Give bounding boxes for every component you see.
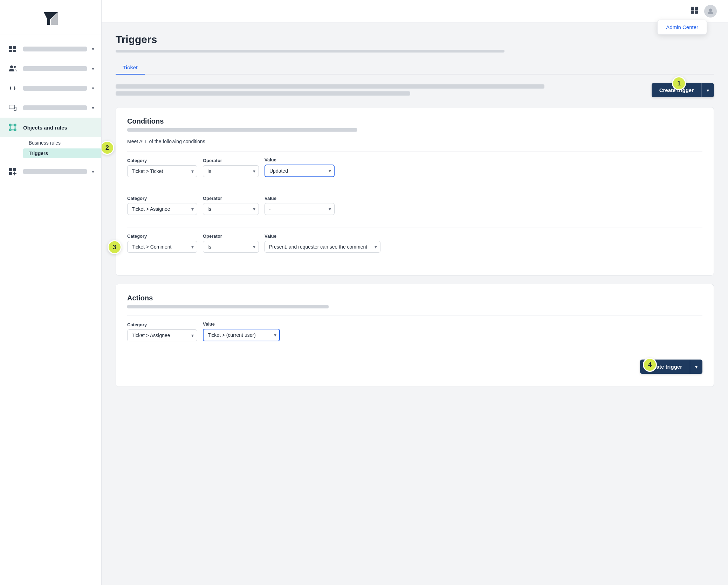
subnav-triggers[interactable]: Triggers bbox=[23, 148, 101, 158]
condition-1-category-select[interactable]: Ticket > Ticket bbox=[127, 165, 197, 177]
title-bar bbox=[116, 50, 504, 53]
user-avatar[interactable] bbox=[704, 5, 717, 18]
condition-2-category-select[interactable]: Ticket > Assignee bbox=[127, 203, 197, 215]
toolbar-area: Create trigger ▾ bbox=[116, 83, 714, 97]
condition-1-category-group: Category Ticket > Ticket bbox=[127, 158, 197, 177]
condition-3-operator-wrapper: Is bbox=[203, 241, 259, 253]
objects-rules-icon bbox=[7, 122, 18, 133]
create-trigger-bottom-dropdown-button[interactable]: ▾ bbox=[690, 360, 702, 374]
action-1-category-wrapper: Ticket > Assignee bbox=[127, 329, 197, 341]
svg-rect-16 bbox=[695, 7, 698, 10]
actions-subtitle-bar bbox=[127, 305, 329, 308]
sidebar-item-channels[interactable]: ▾ bbox=[0, 78, 101, 98]
toolbar-placeholder-bars bbox=[116, 83, 652, 96]
condition-2-operator-wrapper: Is bbox=[203, 203, 259, 215]
condition-1-operator-label: Operator bbox=[203, 158, 259, 163]
condition-1-operator-wrapper: Is bbox=[203, 165, 259, 177]
page-content: 1 Triggers Ticket Create trigger ▾ 2 Con… bbox=[102, 22, 728, 585]
action-1-category-select[interactable]: Ticket > Assignee bbox=[127, 329, 197, 341]
tab-ticket[interactable]: Ticket bbox=[116, 61, 145, 75]
condition-2-value-label: Value bbox=[265, 196, 335, 201]
condition-3-category-select[interactable]: Ticket > Comment bbox=[127, 241, 197, 253]
condition-2-category-label: Category bbox=[127, 196, 197, 201]
svg-rect-3 bbox=[13, 50, 16, 52]
condition-3-category-label: Category bbox=[127, 234, 197, 239]
main-content-area: Admin Center 1 Triggers Ticket Create tr… bbox=[102, 0, 728, 585]
svg-rect-17 bbox=[691, 11, 694, 14]
condition-2-operator-label: Operator bbox=[203, 196, 259, 201]
condition-3-value-select[interactable]: Present, and requester can see the comme… bbox=[265, 241, 380, 253]
condition-1-value-group: Value Updated bbox=[265, 157, 335, 177]
svg-rect-2 bbox=[9, 50, 12, 52]
condition-2-value-group: Value - bbox=[265, 196, 335, 215]
action-1-category-label: Category bbox=[127, 322, 197, 327]
action-1-category-group: Category Ticket > Assignee bbox=[127, 322, 197, 341]
svg-point-8 bbox=[9, 124, 11, 126]
condition-row-3: Category Ticket > Comment Operator Is bbox=[127, 228, 702, 258]
meet-all-text: Meet ALL of the following conditions bbox=[127, 139, 702, 144]
sidebar-item-workspace[interactable]: ▾ bbox=[0, 39, 101, 59]
svg-rect-1 bbox=[13, 46, 16, 49]
condition-2-operator-group: Operator Is bbox=[203, 196, 259, 215]
condition-2-value-select[interactable]: - bbox=[265, 203, 335, 215]
sidebar-item-people[interactable]: ▾ bbox=[0, 59, 101, 78]
condition-1-operator-group: Operator Is bbox=[203, 158, 259, 177]
svg-rect-12 bbox=[9, 168, 12, 171]
action-1-value-label: Value bbox=[203, 321, 280, 327]
toolbar-bar-1 bbox=[116, 84, 544, 89]
condition-2-category-wrapper: Ticket > Assignee bbox=[127, 203, 197, 215]
workspace-label bbox=[23, 47, 87, 51]
svg-point-4 bbox=[10, 65, 13, 68]
apps-label bbox=[23, 169, 87, 174]
apps-grid-icon[interactable] bbox=[690, 6, 699, 16]
tabs-bar: Ticket bbox=[116, 61, 714, 75]
condition-1-category-label: Category bbox=[127, 158, 197, 163]
action-1-value-wrapper: Ticket > (current user) bbox=[203, 329, 280, 341]
svg-point-11 bbox=[14, 129, 16, 131]
create-trigger-dropdown-button[interactable]: ▾ bbox=[701, 83, 714, 97]
condition-3-operator-label: Operator bbox=[203, 234, 259, 239]
condition-3-category-group: Category Ticket > Comment bbox=[127, 234, 197, 253]
devices-icon bbox=[7, 102, 18, 113]
condition-3-value-group: Value Present, and requester can see the… bbox=[265, 234, 380, 253]
svg-rect-15 bbox=[691, 7, 694, 10]
workspace-icon bbox=[7, 43, 18, 55]
condition-2-value-wrapper: - bbox=[265, 203, 335, 215]
apps-icon bbox=[7, 166, 18, 177]
actions-title: Actions bbox=[127, 294, 702, 302]
condition-row-2: Category Ticket > Assignee Operator Is bbox=[127, 190, 702, 221]
actions-section: Actions Category Ticket > Assignee Value bbox=[116, 284, 714, 387]
sidebar-item-apps[interactable]: ▾ bbox=[0, 162, 101, 181]
sidebar-navigation: ▾ ▾ ▾ ▾ bbox=[0, 35, 101, 585]
condition-2-category-group: Category Ticket > Assignee bbox=[127, 196, 197, 215]
sidebar-item-objects-rules[interactable]: Objects and rules bbox=[0, 118, 101, 137]
condition-1-value-select[interactable]: Updated bbox=[265, 165, 335, 177]
step-badge-2: 2 bbox=[102, 141, 114, 155]
objects-rules-subnav: Business rules Triggers bbox=[0, 138, 101, 162]
action-1-value-select[interactable]: Ticket > (current user) bbox=[203, 329, 280, 341]
svg-point-9 bbox=[14, 124, 16, 126]
svg-rect-18 bbox=[695, 11, 698, 14]
sidebar-item-devices[interactable]: ▾ bbox=[0, 98, 101, 118]
svg-rect-13 bbox=[13, 168, 16, 171]
devices-label bbox=[23, 105, 87, 110]
step-badge-4: 4 bbox=[643, 358, 657, 372]
condition-3-operator-select[interactable]: Is bbox=[203, 241, 259, 253]
condition-2-operator-select[interactable]: Is bbox=[203, 203, 259, 215]
page-title: Triggers bbox=[116, 34, 714, 46]
condition-1-category-wrapper: Ticket > Ticket bbox=[127, 165, 197, 177]
svg-point-10 bbox=[9, 129, 11, 131]
condition-row-1: Category Ticket > Ticket Operator Is bbox=[127, 151, 702, 183]
people-label bbox=[23, 66, 87, 71]
step-badge-1: 1 bbox=[672, 76, 686, 90]
toolbar-bar-2 bbox=[116, 91, 410, 96]
sidebar: ▾ ▾ ▾ ▾ bbox=[0, 0, 102, 585]
objects-rules-label: Objects and rules bbox=[23, 125, 94, 131]
channels-label bbox=[23, 86, 87, 91]
step-badge-3: 3 bbox=[108, 240, 122, 254]
subnav-business-rules[interactable]: Business rules bbox=[23, 138, 101, 148]
actions-bottom-toolbar: 4 Create trigger ▾ bbox=[127, 354, 702, 377]
people-icon bbox=[7, 63, 18, 74]
condition-1-operator-select[interactable]: Is bbox=[203, 165, 259, 177]
admin-center-dropdown[interactable]: Admin Center bbox=[657, 20, 707, 35]
